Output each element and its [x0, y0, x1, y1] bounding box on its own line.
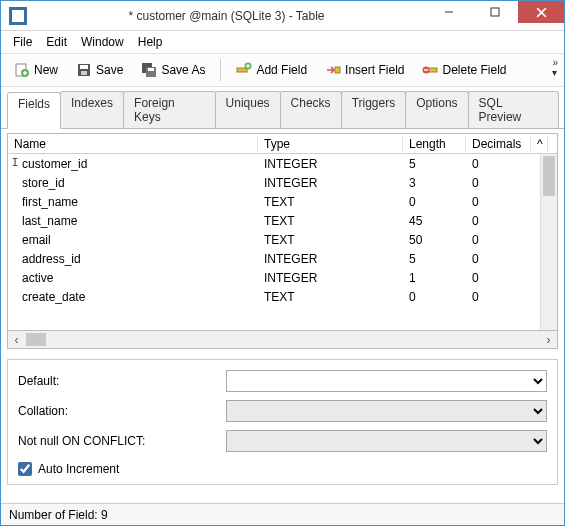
svg-rect-14: [237, 68, 247, 72]
new-icon: [14, 62, 30, 78]
svg-rect-10: [81, 71, 87, 75]
save-button[interactable]: Save: [69, 58, 130, 82]
default-label: Default:: [18, 374, 218, 388]
notnull-row: Not null ON CONFLICT:: [18, 430, 547, 452]
table-row[interactable]: address_idINTEGER50: [8, 249, 557, 268]
vertical-scrollbar-thumb[interactable]: [543, 156, 555, 196]
spacer: [1, 489, 564, 503]
scroll-right-icon[interactable]: ›: [540, 331, 557, 348]
save-as-label: Save As: [161, 63, 205, 77]
notnull-select[interactable]: [226, 430, 547, 452]
vertical-scrollbar[interactable]: [540, 154, 557, 330]
window: * customer @main (SQLite 3) - Table File…: [0, 0, 565, 526]
horizontal-scrollbar-thumb[interactable]: [26, 333, 46, 346]
window-buttons: [426, 1, 564, 30]
save-as-button[interactable]: Save As: [134, 58, 212, 82]
statusbar: Number of Field: 9: [1, 503, 564, 525]
svg-rect-13: [148, 68, 154, 71]
new-button[interactable]: New: [7, 58, 65, 82]
table-row[interactable]: create_dateTEXT00: [8, 287, 557, 306]
table-row[interactable]: last_nameTEXT450: [8, 211, 557, 230]
app-icon: [9, 7, 27, 25]
row-cursor-icon: I: [10, 156, 20, 169]
grid-header: Name Type Length Decimals ^: [8, 134, 557, 154]
tabbar: Fields Indexes Foreign Keys Uniques Chec…: [1, 87, 564, 129]
toolbar-separator: [220, 59, 221, 81]
toolbar: New Save Save As Add Field Insert Field: [1, 53, 564, 87]
tab-triggers[interactable]: Triggers: [341, 91, 407, 128]
tab-checks[interactable]: Checks: [280, 91, 342, 128]
tab-indexes[interactable]: Indexes: [60, 91, 124, 128]
auto-increment-checkbox[interactable]: [18, 462, 32, 476]
col-length[interactable]: Length: [403, 137, 466, 151]
table-row[interactable]: customer_idINTEGER50: [8, 154, 557, 173]
collation-label: Collation:: [18, 404, 218, 418]
maximize-button[interactable]: [472, 1, 518, 23]
table-row[interactable]: store_idINTEGER30: [8, 173, 557, 192]
titlebar: * customer @main (SQLite 3) - Table: [1, 1, 564, 31]
tab-uniques[interactable]: Uniques: [215, 91, 281, 128]
collation-row: Collation:: [18, 400, 547, 422]
delete-field-icon: [422, 62, 438, 78]
table-row[interactable]: first_nameTEXT00: [8, 192, 557, 211]
window-title: * customer @main (SQLite 3) - Table: [27, 9, 426, 23]
auto-increment-label: Auto Increment: [38, 462, 119, 476]
insert-field-icon: [325, 62, 341, 78]
menu-edit[interactable]: Edit: [40, 33, 73, 51]
add-field-button[interactable]: Add Field: [229, 58, 314, 82]
col-type[interactable]: Type: [258, 137, 403, 151]
save-icon: [76, 62, 92, 78]
fields-grid: Name Type Length Decimals ^ I customer_i…: [7, 133, 558, 331]
insert-field-button[interactable]: Insert Field: [318, 58, 411, 82]
add-field-icon: [236, 62, 252, 78]
tab-fields[interactable]: Fields: [7, 92, 61, 129]
scroll-left-icon[interactable]: ‹: [8, 331, 25, 348]
tab-options[interactable]: Options: [405, 91, 468, 128]
field-properties: Default: Collation: Not null ON CONFLICT…: [7, 359, 558, 485]
tab-foreign-keys[interactable]: Foreign Keys: [123, 91, 216, 128]
delete-field-label: Delete Field: [442, 63, 506, 77]
table-row[interactable]: emailTEXT500: [8, 230, 557, 249]
table-row[interactable]: activeINTEGER10: [8, 268, 557, 287]
col-decimals[interactable]: Decimals: [466, 137, 531, 151]
delete-field-button[interactable]: Delete Field: [415, 58, 513, 82]
horizontal-scrollbar[interactable]: ‹ ›: [7, 331, 558, 349]
toolbar-overflow-icon[interactable]: »▾: [552, 58, 558, 78]
col-name[interactable]: Name: [8, 137, 258, 151]
new-label: New: [34, 63, 58, 77]
menu-help[interactable]: Help: [132, 33, 169, 51]
svg-rect-18: [335, 67, 340, 73]
svg-rect-9: [80, 65, 88, 69]
add-field-label: Add Field: [256, 63, 307, 77]
menu-file[interactable]: File: [7, 33, 38, 51]
default-select[interactable]: [226, 370, 547, 392]
grid-body: I customer_idINTEGER50 store_idINTEGER30…: [8, 154, 557, 330]
insert-field-label: Insert Field: [345, 63, 404, 77]
default-row: Default:: [18, 370, 547, 392]
status-text: Number of Field: 9: [9, 508, 108, 522]
close-button[interactable]: [518, 1, 564, 23]
save-label: Save: [96, 63, 123, 77]
collation-select[interactable]: [226, 400, 547, 422]
menu-window[interactable]: Window: [75, 33, 130, 51]
svg-rect-1: [491, 8, 499, 16]
tab-sql-preview[interactable]: SQL Preview: [468, 91, 559, 128]
col-scroll-gap[interactable]: ^: [531, 137, 548, 151]
menubar: File Edit Window Help: [1, 31, 564, 53]
auto-increment-row: Auto Increment: [18, 462, 547, 476]
notnull-label: Not null ON CONFLICT:: [18, 434, 218, 448]
minimize-button[interactable]: [426, 1, 472, 23]
save-as-icon: [141, 62, 157, 78]
